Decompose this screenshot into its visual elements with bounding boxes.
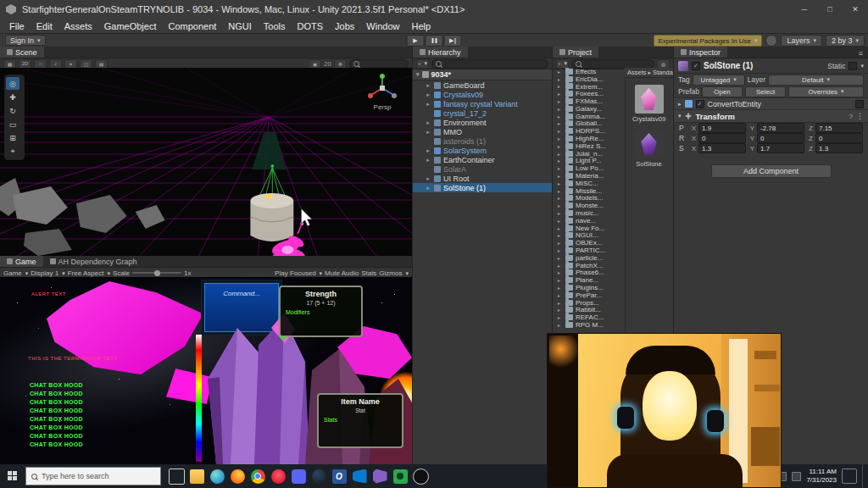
menu-item[interactable]: NGUI bbox=[222, 21, 258, 31]
minimize-button[interactable]: ─ bbox=[792, 0, 817, 19]
scene-viewport[interactable]: ◎ ✚ ↻ ▭ ⊞ ⌖ Persp bbox=[0, 68, 412, 256]
task-view-icon[interactable] bbox=[166, 465, 186, 487]
project-folder[interactable]: ▸ Globali... bbox=[553, 120, 625, 128]
tab-scene[interactable]: Scene bbox=[0, 47, 44, 58]
project-folder[interactable]: ▸ PatchX... bbox=[553, 262, 625, 269]
play-button[interactable]: ▶ bbox=[407, 35, 425, 47]
x-field[interactable]: 1.3 bbox=[698, 143, 746, 153]
x-field[interactable]: 0 bbox=[698, 133, 746, 143]
project-search-input[interactable] bbox=[571, 59, 654, 69]
taskbar-clock[interactable]: 11:11 AM 7/31/2023 bbox=[806, 468, 837, 485]
outlook-icon[interactable] bbox=[329, 465, 349, 487]
menu-item[interactable]: Window bbox=[360, 21, 405, 31]
project-folder[interactable]: ▸ Gamma... bbox=[553, 113, 625, 120]
visual-studio-icon[interactable] bbox=[370, 465, 390, 487]
z-field[interactable]: 1.3 bbox=[815, 143, 863, 153]
hidden-packages-toggle[interactable]: ◍ bbox=[657, 59, 670, 69]
grid-dropdown[interactable]: ▤ bbox=[95, 59, 108, 69]
notification-center-icon[interactable] bbox=[842, 469, 857, 484]
game-menu-dropdown[interactable]: Game bbox=[3, 269, 28, 277]
battery-icon[interactable] bbox=[792, 472, 801, 481]
asset-item[interactable]: Crystalsv09 bbox=[625, 85, 673, 123]
hierarchy-item[interactable]: ▸ MMO bbox=[413, 127, 552, 136]
object-name[interactable]: SolStone (1) bbox=[704, 61, 824, 70]
tab-hierarchy[interactable]: Hierarchy bbox=[413, 47, 468, 58]
project-folder[interactable]: ▸ nave... bbox=[553, 217, 625, 225]
scene-search[interactable] bbox=[349, 59, 409, 69]
game-viewport[interactable]: Command... ALERT TEXT THIS IS THE TERMIN… bbox=[0, 277, 412, 464]
audio-toggle[interactable]: ♪ bbox=[49, 59, 62, 69]
hierarchy-item[interactable]: ▸ fantasy crystal Variant bbox=[413, 99, 552, 108]
tag-dropdown[interactable]: Untagged bbox=[693, 75, 745, 86]
menu-item[interactable]: GameObject bbox=[98, 21, 163, 31]
project-folder[interactable]: ▸ New Fo... bbox=[553, 225, 625, 232]
project-folder[interactable]: ▸ MISC... bbox=[553, 180, 625, 187]
active-checkbox[interactable]: ✓ bbox=[692, 62, 700, 70]
transform-tool-button[interactable]: ⌖ bbox=[6, 145, 19, 158]
chat-box[interactable]: CHAT BOX HOODCHAT BOX HOODCHAT BOX HOODC… bbox=[30, 381, 83, 449]
add-component-button[interactable]: Add Component bbox=[711, 164, 832, 178]
scene-header-row[interactable]: ▾ 9034* bbox=[413, 69, 552, 80]
prefab-overrides-button[interactable]: Overrides bbox=[788, 86, 864, 97]
project-folder[interactable]: ▸ particle... bbox=[553, 254, 625, 262]
vscode-icon[interactable] bbox=[349, 465, 370, 487]
step-button[interactable]: ▶ bbox=[444, 35, 462, 47]
project-folder[interactable]: ▸ RPG M... bbox=[553, 321, 625, 329]
view-tool-button[interactable]: ◎ bbox=[6, 77, 19, 90]
x-field[interactable]: 1.9 bbox=[698, 123, 746, 133]
scale-tool-button[interactable]: ▭ bbox=[6, 118, 19, 130]
project-folder[interactable]: ▸ OBJEx... bbox=[553, 239, 625, 247]
menu-item[interactable]: DOTS bbox=[292, 21, 330, 31]
create-asset-button[interactable]: + bbox=[556, 59, 569, 69]
menu-item[interactable]: Component bbox=[162, 21, 222, 31]
more-options-icon[interactable]: ⋮ bbox=[856, 112, 864, 120]
help-icon[interactable]: ? bbox=[849, 113, 853, 120]
scene-orientation-gizmo[interactable]: Persp bbox=[363, 73, 402, 111]
static-checkbox[interactable] bbox=[849, 62, 857, 70]
hierarchy-item[interactable]: crystal_17_2 bbox=[413, 108, 552, 118]
asset-item[interactable]: SolStone bbox=[625, 130, 673, 168]
prefab-select-button[interactable]: Select bbox=[745, 86, 786, 97]
project-folder[interactable]: ▸ Julai_n... bbox=[553, 150, 625, 158]
effects-dropdown[interactable]: ✦ bbox=[64, 59, 77, 69]
project-folder[interactable]: ▸ Models... bbox=[553, 195, 625, 202]
project-folder[interactable]: ▸ Monste... bbox=[553, 202, 625, 209]
hierarchy-item[interactable]: ▸ EarthContainer bbox=[413, 155, 552, 164]
tab-inspector[interactable]: Inspector bbox=[674, 47, 727, 58]
z-field[interactable]: 0 bbox=[815, 133, 863, 143]
y-field[interactable]: 1.7 bbox=[757, 143, 804, 153]
convert-checkbox[interactable] bbox=[855, 100, 864, 108]
project-folder[interactable]: ▸ HiRez S... bbox=[553, 142, 625, 150]
sign-in-button[interactable]: Sign In bbox=[5, 35, 46, 46]
start-button[interactable] bbox=[8, 471, 18, 481]
tab-dependency-graph[interactable]: AH Dependency Graph bbox=[43, 256, 144, 267]
z-field[interactable]: 7.15 bbox=[815, 123, 863, 133]
layer-dropdown[interactable]: Default bbox=[768, 75, 864, 86]
project-folder[interactable]: ▸ Galaxy... bbox=[553, 105, 625, 113]
project-folder[interactable]: ▸ HighRe... bbox=[553, 135, 625, 142]
breadcrumb-root[interactable]: Assets bbox=[627, 69, 647, 76]
2d-toggle[interactable]: 2D bbox=[19, 59, 31, 69]
display-dropdown[interactable]: Display 1 bbox=[31, 269, 64, 277]
slider-handle[interactable] bbox=[154, 270, 160, 276]
opera-icon[interactable] bbox=[268, 465, 288, 487]
y-field[interactable]: -2.78 bbox=[757, 123, 804, 133]
stats-toggle[interactable]: Stats bbox=[361, 269, 376, 277]
move-tool-button[interactable]: ✚ bbox=[6, 91, 19, 103]
y-field[interactable]: 0 bbox=[757, 133, 804, 143]
project-folder[interactable]: ▸ REFAC... bbox=[553, 313, 625, 321]
hierarchy-item[interactable]: ▸ Environment bbox=[413, 118, 552, 127]
project-folder[interactable]: ▸ Plane... bbox=[553, 276, 625, 284]
hierarchy-item[interactable]: ▸ GameBoard bbox=[413, 80, 552, 90]
menu-item[interactable]: File bbox=[3, 21, 31, 31]
project-folder[interactable]: ▸ PARTIC... bbox=[553, 247, 625, 254]
project-folder[interactable]: ▸ music... bbox=[553, 209, 625, 217]
panel-menu-icon[interactable]: ≡ bbox=[859, 49, 868, 58]
project-folder[interactable]: ▸ Plugins... bbox=[553, 284, 625, 291]
project-folder[interactable]: ▸ Effects bbox=[553, 68, 625, 75]
edge-icon[interactable] bbox=[207, 465, 227, 487]
project-folder[interactable]: ▸ Low Po... bbox=[553, 164, 625, 172]
hierarchy-item[interactable]: ▸ SolStone (1) bbox=[413, 183, 552, 192]
project-folder[interactable]: ▸ NGUI... bbox=[553, 232, 625, 240]
hierarchy-item[interactable]: asteroids (1) bbox=[413, 136, 552, 146]
